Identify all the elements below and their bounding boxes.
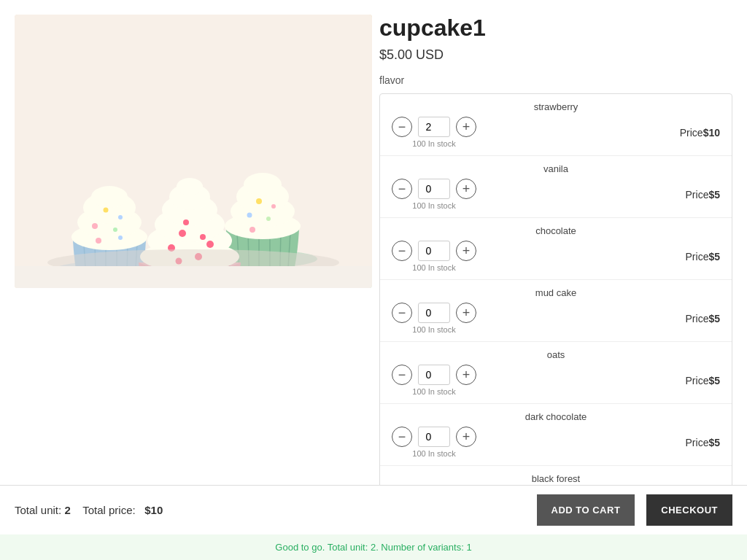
qty-input-5[interactable] bbox=[418, 427, 450, 447]
variant-row: strawberry − + 100 In stock Price$10 bbox=[380, 94, 732, 156]
increment-btn-1[interactable]: + bbox=[456, 179, 476, 199]
decrement-btn-5[interactable]: − bbox=[392, 427, 412, 447]
variant-name-5: dark chocolate bbox=[392, 411, 720, 422]
svg-point-55 bbox=[183, 219, 189, 225]
price-label-5: Price$5 bbox=[686, 437, 720, 448]
product-price: $5.00 USD bbox=[379, 47, 732, 63]
svg-point-51 bbox=[179, 230, 186, 237]
total-price-value: $10 bbox=[144, 504, 163, 516]
increment-btn-2[interactable]: + bbox=[456, 241, 476, 261]
variant-name-2: chocolate bbox=[392, 225, 720, 236]
stock-label-0: 100 In stock bbox=[412, 139, 455, 148]
variant-row: vanila − + 100 In stock Price$5 bbox=[380, 156, 732, 218]
stock-label-5: 100 In stock bbox=[412, 449, 455, 458]
variant-row: mud cake − + 100 In stock Price$5 bbox=[380, 280, 732, 342]
svg-point-32 bbox=[266, 217, 271, 221]
decrement-btn-1[interactable]: − bbox=[392, 179, 412, 199]
variant-row: oats − + 100 In stock Price$5 bbox=[380, 342, 732, 404]
variants-container: strawberry − + 100 In stock Price$10 van… bbox=[379, 93, 732, 528]
variant-name-4: oats bbox=[392, 349, 720, 360]
increment-btn-0[interactable]: + bbox=[456, 117, 476, 137]
svg-point-29 bbox=[247, 213, 252, 218]
variant-name-6: black forest bbox=[392, 473, 720, 484]
svg-point-11 bbox=[91, 186, 128, 208]
price-label-2: Price$5 bbox=[686, 251, 720, 262]
svg-point-31 bbox=[256, 198, 262, 204]
svg-point-30 bbox=[271, 204, 276, 209]
product-section: cupcake1 $5.00 USD flavor strawberry − +… bbox=[365, 0, 747, 560]
increment-btn-4[interactable]: + bbox=[456, 365, 476, 385]
success-banner: Good to go. Total unit: 2. Number of var… bbox=[0, 534, 747, 560]
price-label-3: Price$5 bbox=[686, 313, 720, 324]
product-title: cupcake1 bbox=[379, 15, 732, 42]
variant-row: chocolate − + 100 In stock Price$5 bbox=[380, 218, 732, 280]
flavor-label: flavor bbox=[379, 74, 732, 86]
svg-point-15 bbox=[113, 228, 117, 232]
qty-input-3[interactable] bbox=[418, 303, 450, 323]
svg-point-12 bbox=[92, 223, 98, 229]
checkout-button[interactable]: CHECKOUT bbox=[646, 494, 732, 526]
variant-name-0: strawberry bbox=[392, 101, 720, 112]
decrement-btn-2[interactable]: − bbox=[392, 241, 412, 261]
svg-point-33 bbox=[249, 227, 255, 233]
svg-point-16 bbox=[96, 238, 101, 244]
decrement-btn-0[interactable]: − bbox=[392, 117, 412, 137]
increment-btn-5[interactable]: + bbox=[456, 427, 476, 447]
stock-label-1: 100 In stock bbox=[412, 201, 455, 210]
decrement-btn-3[interactable]: − bbox=[392, 303, 412, 323]
total-unit-label: Total unit: bbox=[15, 504, 61, 516]
variant-name-3: mud cake bbox=[392, 287, 720, 298]
add-to-cart-button[interactable]: ADD TO CART bbox=[537, 494, 635, 526]
svg-point-28 bbox=[244, 173, 282, 196]
stock-label-2: 100 In stock bbox=[412, 263, 455, 272]
price-label-0: Price$10 bbox=[680, 127, 720, 139]
increment-btn-3[interactable]: + bbox=[456, 303, 476, 323]
total-price-label: Total price: bbox=[82, 504, 136, 516]
svg-point-17 bbox=[118, 236, 123, 240]
variant-row: dark chocolate − + 100 In stock Price$5 bbox=[380, 404, 732, 466]
svg-point-13 bbox=[118, 215, 123, 219]
price-label-1: Price$5 bbox=[686, 189, 720, 201]
cart-summary: Total unit: 2 Total price: $10 ADD TO CA… bbox=[0, 486, 747, 534]
svg-point-50 bbox=[206, 241, 214, 248]
image-section bbox=[0, 0, 365, 560]
svg-point-54 bbox=[200, 234, 206, 240]
bottom-bar: Total unit: 2 Total price: $10 ADD TO CA… bbox=[0, 485, 747, 560]
svg-point-48 bbox=[177, 178, 203, 195]
product-image bbox=[15, 15, 372, 288]
qty-input-1[interactable] bbox=[418, 179, 450, 199]
svg-point-14 bbox=[104, 208, 109, 213]
svg-rect-57 bbox=[15, 266, 372, 288]
total-unit-value: 2 bbox=[64, 504, 70, 516]
decrement-btn-4[interactable]: − bbox=[392, 365, 412, 385]
price-label-4: Price$5 bbox=[686, 375, 720, 386]
variant-name-1: vanila bbox=[392, 163, 720, 174]
stock-label-4: 100 In stock bbox=[412, 387, 455, 396]
summary-text: Total unit: 2 Total price: $10 bbox=[15, 504, 525, 516]
qty-input-0[interactable] bbox=[418, 117, 450, 137]
qty-input-4[interactable] bbox=[418, 365, 450, 385]
stock-label-3: 100 In stock bbox=[412, 325, 455, 334]
qty-input-2[interactable] bbox=[418, 241, 450, 261]
